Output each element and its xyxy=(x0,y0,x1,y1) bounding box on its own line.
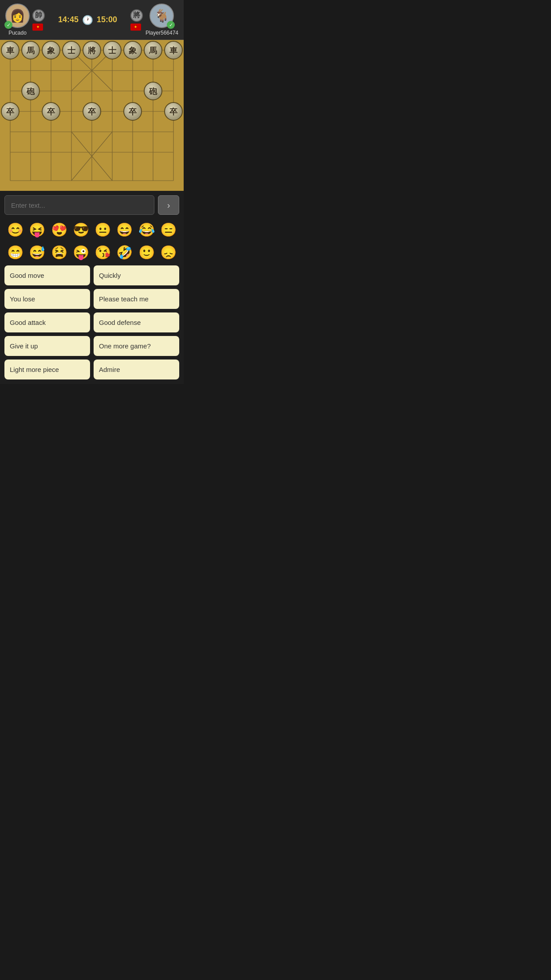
emoji-btn-6[interactable]: 😄 xyxy=(114,220,134,239)
svg-text:象: 象 xyxy=(47,46,55,55)
phrase-please-teach-me[interactable]: Please teach me xyxy=(94,289,179,309)
svg-text:砲: 砲 xyxy=(149,87,157,96)
emoji-btn-13[interactable]: 😘 xyxy=(93,243,113,262)
svg-text:卒: 卒 xyxy=(169,107,178,116)
emoji-btn-7[interactable]: 😂 xyxy=(137,220,157,239)
svg-text:將: 將 xyxy=(87,46,96,55)
emoji-btn-9[interactable]: 😁 xyxy=(5,243,25,262)
svg-text:象: 象 xyxy=(129,46,137,55)
svg-text:砲: 砲 xyxy=(26,87,35,96)
text-input-row: › xyxy=(4,195,179,215)
emoji-btn-12[interactable]: 😜 xyxy=(71,243,91,262)
emoji-btn-10[interactable]: 😅 xyxy=(27,243,47,262)
emoji-btn-11[interactable]: 😫 xyxy=(49,243,69,262)
player1-flag: ★ xyxy=(32,24,43,31)
player1-piece: 帥 xyxy=(32,9,45,22)
player1-section: 👩 ✓ Pucado 帥 ★ xyxy=(5,4,45,36)
phrase-admire[interactable]: Admire xyxy=(94,360,179,379)
svg-text:馬: 馬 xyxy=(26,46,35,55)
send-button[interactable]: › xyxy=(158,195,179,215)
emoji-btn-4[interactable]: 😎 xyxy=(71,220,91,239)
player1-timer: 14:45 xyxy=(58,15,79,24)
phrase-good-move[interactable]: Good move xyxy=(4,265,90,285)
quick-phrases: Good move Quickly You lose Please teach … xyxy=(4,265,179,379)
emoji-btn-3[interactable]: 😍 xyxy=(49,220,69,239)
chat-panel: › 😊 😝 😍 😎 😐 😄 😂 😑 😁 😅 😫 😜 😘 🤣 🙂 😞 Good m… xyxy=(0,191,184,384)
send-icon: › xyxy=(167,200,170,210)
player1-name: Pucado xyxy=(8,30,27,36)
emoji-btn-14[interactable]: 🤣 xyxy=(114,243,134,262)
svg-text:馬: 馬 xyxy=(149,46,157,55)
emoji-row-1: 😊 😝 😍 😎 😐 😄 😂 😑 xyxy=(4,220,179,239)
player2-piece: 將 xyxy=(130,9,143,22)
emoji-row-2: 😁 😅 😫 😜 😘 🤣 🙂 😞 xyxy=(4,243,179,262)
emoji-btn-5[interactable]: 😐 xyxy=(93,220,113,239)
player2-timer: 15:00 xyxy=(97,15,117,24)
player2-flag: ★ xyxy=(130,24,141,31)
svg-text:士: 士 xyxy=(108,46,117,55)
chess-board[interactable]: 車 馬 象 士 將 士 象 馬 車 砲 砲 卒 xyxy=(0,40,184,191)
player1-online-badge: ✓ xyxy=(4,21,12,29)
emoji-btn-8[interactable]: 😑 xyxy=(158,220,178,239)
clock-icon: 🕐 xyxy=(82,15,93,25)
svg-text:車: 車 xyxy=(169,46,178,55)
svg-text:卒: 卒 xyxy=(47,107,55,116)
phrase-light-more-piece[interactable]: Light more piece xyxy=(4,360,90,379)
emoji-btn-2[interactable]: 😝 xyxy=(27,220,47,239)
emoji-btn-1[interactable]: 😊 xyxy=(5,220,25,239)
svg-text:卒: 卒 xyxy=(129,107,137,116)
svg-text:士: 士 xyxy=(67,46,76,55)
emoji-btn-15[interactable]: 🙂 xyxy=(137,243,157,262)
player2-name: Player566474 xyxy=(146,30,178,36)
timer-section: 14:45 🕐 15:00 xyxy=(58,15,117,25)
player1-avatar: 👩 ✓ xyxy=(5,4,30,28)
phrase-you-lose[interactable]: You lose xyxy=(4,289,90,309)
svg-text:車: 車 xyxy=(6,46,15,55)
svg-text:卒: 卒 xyxy=(6,107,15,116)
chat-input[interactable] xyxy=(4,195,154,215)
player2-avatar: 🐐 ✓ xyxy=(150,4,174,28)
game-header: 👩 ✓ Pucado 帥 ★ 14:45 🕐 15:00 將 ★ � xyxy=(0,0,184,40)
player2-section: 將 ★ 🐐 ✓ Player566474 xyxy=(130,4,178,36)
svg-text:卒: 卒 xyxy=(88,107,96,116)
emoji-btn-16[interactable]: 😞 xyxy=(158,243,178,262)
phrase-give-it-up[interactable]: Give it up xyxy=(4,336,90,356)
phrase-quickly[interactable]: Quickly xyxy=(94,265,179,285)
phrase-good-defense[interactable]: Good defense xyxy=(94,312,179,332)
phrase-good-attack[interactable]: Good attack xyxy=(4,312,90,332)
player2-online-badge: ✓ xyxy=(167,21,175,29)
phrase-one-more-game[interactable]: One more game? xyxy=(94,336,179,356)
